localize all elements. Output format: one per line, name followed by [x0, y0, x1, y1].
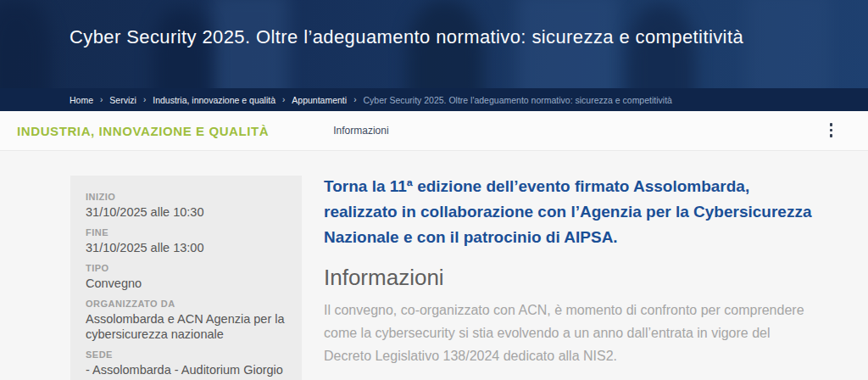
event-field-inizio: INIZIO 31/10/2025 alle 10:30 [86, 192, 287, 220]
kebab-dot [830, 123, 833, 126]
event-field-tipo: TIPO Convegno [86, 263, 287, 291]
breadcrumb-item-appuntamenti[interactable]: Appuntamenti [292, 95, 347, 105]
content-area: INIZIO 31/10/2025 alle 10:30 FINE 31/10/… [0, 151, 868, 380]
field-value: - Assolombarda - Auditorium Giorgio Squi… [86, 362, 287, 380]
page-title: Cyber Security 2025. Oltre l’adeguamento… [70, 25, 743, 50]
chevron-right-icon: › [353, 95, 356, 104]
field-value: Assolombarda e ACN Agenzia per la cybers… [86, 311, 287, 342]
field-label: INIZIO [86, 192, 287, 202]
event-field-fine: FINE 31/10/2025 alle 13:00 [86, 227, 287, 255]
event-details-box: INIZIO 31/10/2025 alle 10:30 FINE 31/10/… [70, 176, 302, 380]
breadcrumb-item-home[interactable]: Home [70, 95, 93, 105]
field-value: 31/10/2025 alle 13:00 [86, 240, 287, 255]
field-label: ORGANIZZATO DA [86, 299, 287, 309]
article-paragraph: Il convegno, co-organizzato con ACN, è m… [324, 299, 817, 367]
breadcrumb-item-servizi[interactable]: Servizi [109, 95, 136, 105]
article-lead: Torna la 11ª edizione dell’evento firmat… [324, 174, 817, 250]
hero-banner: Cyber Security 2025. Oltre l’adeguamento… [0, 0, 868, 111]
chevron-right-icon: › [100, 95, 103, 104]
event-article: Torna la 11ª edizione dell’evento firmat… [324, 174, 817, 380]
field-label: TIPO [86, 263, 287, 273]
field-label: SEDE [86, 349, 287, 360]
chevron-right-icon: › [143, 95, 146, 104]
kebab-dot [830, 134, 833, 137]
event-field-sede: SEDE - Assolombarda - Auditorium Giorgio… [86, 349, 287, 380]
tab-informazioni[interactable]: Informazioni [333, 125, 388, 137]
event-field-organizzato-da: ORGANIZZATO DA Assolombarda e ACN Agenzi… [86, 299, 287, 342]
category-title: INDUSTRIA, INNOVAZIONE E QUALITÀ [17, 124, 269, 138]
section-header-bar: INDUSTRIA, INNOVAZIONE E QUALITÀ Informa… [0, 111, 868, 151]
field-value: Convegno [86, 276, 287, 291]
field-value: 31/10/2025 alle 10:30 [86, 204, 287, 220]
chevron-right-icon: › [282, 95, 285, 104]
breadcrumb: Home › Servizi › Industria, innovazione … [0, 88, 868, 111]
breadcrumb-current-page: Cyber Security 2025. Oltre l'adeguamento… [363, 95, 671, 105]
kebab-dot [830, 129, 833, 132]
breadcrumb-item-industria[interactable]: Industria, innovazione e qualità [153, 95, 275, 105]
kebab-menu-icon[interactable] [828, 121, 835, 139]
article-section-title: Informazioni [324, 265, 817, 291]
field-label: FINE [86, 227, 287, 238]
